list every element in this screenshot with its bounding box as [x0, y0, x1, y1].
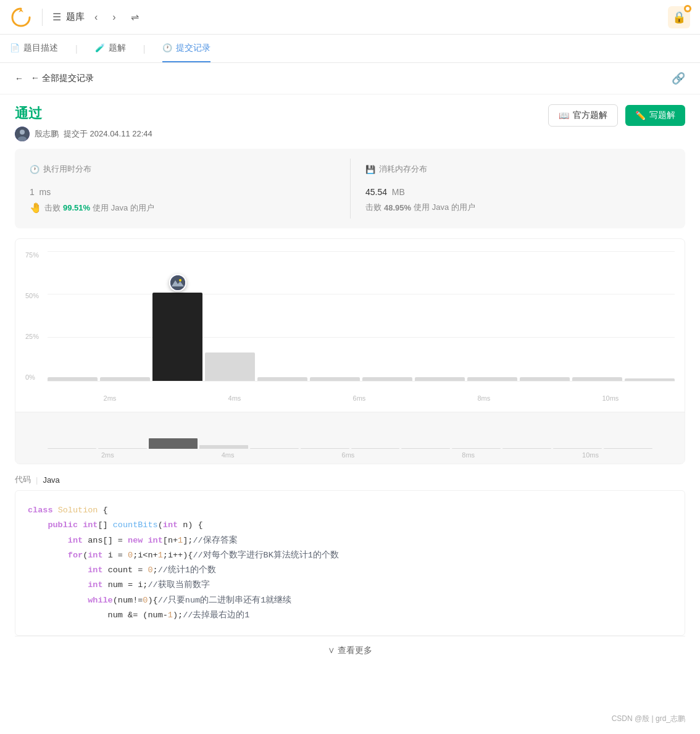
bar-8	[467, 377, 517, 381]
back-bar: ← ← 全部提交记录 🔗	[0, 63, 700, 94]
y-label-75: 75%	[25, 251, 39, 259]
y-label-50: 50%	[25, 292, 39, 299]
bar-group-3	[205, 251, 255, 381]
header-right: 🔒	[668, 6, 690, 28]
svg-point-4	[170, 275, 185, 290]
time-value: 1 ms	[30, 180, 340, 199]
user-pin	[169, 274, 186, 291]
mini-bar-0	[48, 448, 96, 449]
x-label-4ms: 4ms	[228, 394, 241, 402]
chart-wrap: 75% 50% 25% 0% 2ms 4ms 6ms	[15, 239, 685, 412]
main-content: ← ← 全部提交记录 🔗 通过 殷志鹏 提交于 2024.04.11 22:44	[0, 63, 700, 734]
chart-bars	[48, 251, 675, 381]
bar-group-11	[625, 251, 675, 381]
mini-bar-10	[553, 448, 602, 449]
memory-beat-pct: 48.95%	[384, 203, 411, 212]
submission-actions: 📖 官方题解 ✏️ 写题解	[548, 104, 685, 127]
bar-group-6	[362, 251, 412, 381]
code-line-6: int num = i;//获取当前数字	[28, 578, 672, 593]
tab-description[interactable]: 📄 题目描述	[10, 35, 58, 62]
mini-bar-2	[149, 438, 198, 449]
code-line-4: for(int i = 0;i<n+1;i++){//对每个数字进行BK算法统计…	[28, 548, 672, 563]
official-solution-button[interactable]: 📖 官方题解	[548, 104, 618, 127]
time-label: 🕐 执行用时分布	[30, 164, 340, 175]
submission-info: 通过 殷志鹏 提交于 2024.04.11 22:44	[15, 104, 152, 141]
memory-label: 💾 消耗内存分布	[365, 164, 660, 175]
bar-0	[48, 377, 98, 381]
book-icon: 📖	[559, 111, 569, 120]
y-label-25: 25%	[25, 333, 39, 340]
tab-solution[interactable]: 🧪 题解	[95, 35, 126, 62]
view-more-button[interactable]: ∨ 查看更多	[15, 636, 685, 665]
chart-x-labels: 2ms 4ms 6ms 8ms 10ms	[48, 394, 675, 402]
menu-icon: ☰	[52, 11, 61, 23]
bar-9	[520, 377, 570, 381]
submitter-info: 殷志鹏 提交于 2024.04.11 22:44	[15, 127, 152, 141]
bar-group-5	[310, 251, 360, 381]
back-label: ← 全部提交记录	[31, 73, 94, 84]
mini-x-2ms: 2ms	[101, 451, 114, 459]
code-line-7: while(num!=0){//只要num的二进制串还有1就继续	[28, 593, 672, 608]
write-solution-button[interactable]: ✏️ 写题解	[625, 105, 685, 126]
code-block: class Solution { public int[] countBits(…	[15, 490, 685, 636]
user-lock-icon: 🔒	[672, 10, 686, 24]
prev-button[interactable]: ‹	[90, 9, 102, 25]
bar-group-0	[48, 251, 98, 381]
nav-title[interactable]: 题库	[66, 11, 85, 23]
tab-sep-2: |	[141, 44, 148, 54]
edit-icon: ✏️	[635, 111, 646, 120]
x-label-6ms: 6ms	[353, 394, 366, 402]
submitted-at: 提交于 2024.04.11 22:44	[64, 128, 152, 140]
back-link[interactable]: ← ← 全部提交记录	[15, 73, 94, 84]
link-icon[interactable]: 🔗	[672, 72, 685, 85]
x-label-10ms: 10ms	[602, 394, 619, 402]
tab-submissions[interactable]: 🕐 提交记录	[162, 35, 210, 62]
x-label-8ms: 8ms	[478, 394, 491, 402]
code-label: 代码 | Java	[15, 474, 685, 485]
mini-bar-5	[301, 448, 349, 449]
chart-container: 75% 50% 25% 0% 2ms 4ms 6ms	[15, 238, 685, 464]
user-icon-button[interactable]: 🔒	[668, 6, 690, 28]
mini-x-6ms: 6ms	[342, 451, 355, 459]
bar-group-7	[415, 251, 465, 381]
submissions-icon: 🕐	[162, 43, 172, 52]
code-line-2: public int[] countBits(int n) {	[28, 518, 672, 533]
svg-point-5	[179, 279, 181, 282]
bar-3	[205, 352, 255, 381]
mini-x-labels: 2ms 4ms 6ms 8ms 10ms	[15, 449, 685, 464]
mini-chart	[15, 412, 685, 449]
bar-10	[572, 377, 622, 381]
memory-beat: 击败 48.95% 使用 Java 的用户	[365, 202, 660, 213]
footer-credit: CSDN @殷 | grd_志鹏	[612, 714, 685, 724]
svg-point-0	[686, 7, 690, 10]
mini-bar-6	[351, 448, 400, 449]
code-line-8: num &= (num-1);//去掉最右边的1	[28, 608, 672, 623]
mini-bar-7	[401, 448, 450, 449]
bar-1	[100, 377, 150, 381]
mini-bar-3	[199, 445, 248, 449]
mini-bar-9	[502, 448, 551, 449]
mini-bar-8	[452, 448, 501, 449]
submission-header: 通过 殷志鹏 提交于 2024.04.11 22:44 📖 官方题解	[0, 94, 700, 149]
clock-icon: 🕐	[30, 165, 40, 174]
next-button[interactable]: ›	[107, 9, 120, 25]
submitter-name: 殷志鹏	[35, 128, 59, 140]
memory-stat: 💾 消耗内存分布 45.54 MB 击败 48.95% 使用 Java 的用户	[350, 159, 670, 219]
time-beat: 🤚 击败 99.51% 使用 Java 的用户	[30, 202, 340, 214]
back-arrow: ←	[15, 73, 23, 83]
mini-x-4ms: 4ms	[222, 451, 235, 459]
memory-value: 45.54 MB	[365, 180, 660, 199]
shuffle-button[interactable]: ⇌	[126, 9, 144, 25]
time-beat-pct: 99.51%	[63, 203, 90, 212]
mini-bar-4	[250, 448, 299, 449]
chart-y-labels: 75% 50% 25% 0%	[25, 251, 39, 381]
bar-6	[362, 377, 412, 381]
code-line-5: int count = 0;//统计1的个数	[28, 563, 672, 578]
svg-point-3	[18, 136, 27, 141]
bar-group-9	[520, 251, 570, 381]
mini-x-8ms: 8ms	[462, 451, 475, 459]
logo[interactable]	[10, 6, 32, 28]
bar-group-2	[152, 251, 202, 381]
mini-x-10ms: 10ms	[582, 451, 599, 459]
status-badge: 通过	[15, 104, 152, 123]
